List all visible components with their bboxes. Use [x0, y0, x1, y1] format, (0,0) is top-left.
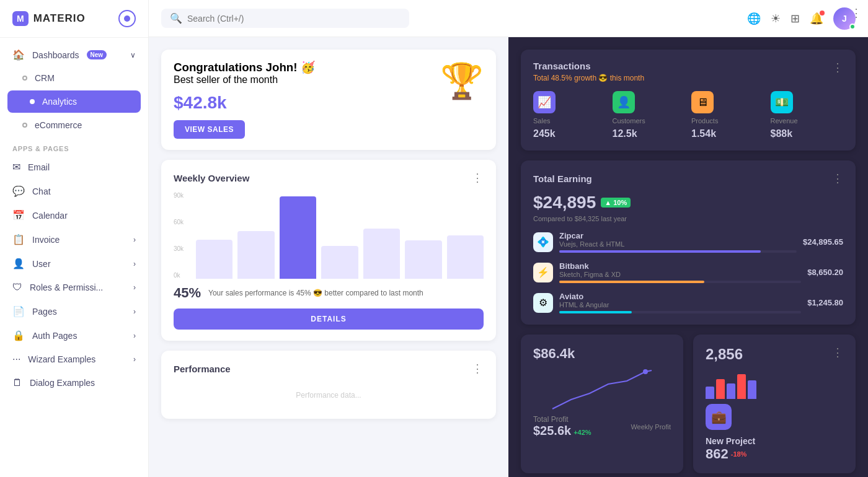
- right-bottom-grid: $86.4k Total Profit $25.6k+42%: [521, 335, 856, 473]
- new-project-value-row: 862 -18%: [706, 446, 843, 462]
- total-earning-menu[interactable]: ⋮: [832, 172, 843, 185]
- bitbank-logo: ⚡: [533, 263, 553, 282]
- products-value: 1.54k: [691, 128, 716, 139]
- profit-chart: [533, 365, 671, 415]
- sidebar-item-invoice[interactable]: 📋 Invoice ›: [0, 227, 148, 252]
- translate-icon[interactable]: 🌐: [747, 12, 761, 25]
- sidebar-item-label: Email: [28, 162, 50, 172]
- logo-box: M: [12, 11, 29, 26]
- sidebar-item-email[interactable]: ✉ Email: [0, 155, 148, 179]
- total-earning-amount: $24,895: [533, 193, 596, 212]
- dot-icon: [22, 76, 27, 81]
- sidebar-item-roles[interactable]: 🛡 Roles & Permissi... ›: [0, 276, 148, 299]
- sidebar-item-label: Calendar: [32, 211, 68, 221]
- mini-bar-5: [748, 380, 756, 399]
- chart-footer: 45% Your sales performance is 45% 😎 bett…: [174, 285, 484, 301]
- pages-icon: 📄: [12, 305, 25, 317]
- search-input[interactable]: [187, 14, 296, 24]
- chart-percentage: 45%: [174, 285, 201, 301]
- topbar-actions: 🌐 ☀ ⊞ 🔔 J: [747, 7, 856, 30]
- transactions-menu[interactable]: ⋮: [832, 61, 843, 74]
- sales-icon: 📈: [533, 91, 556, 113]
- panel-right: Transactions Total 48.5% growth 😎 this m…: [508, 37, 868, 477]
- chevron-right-icon: ›: [133, 235, 136, 244]
- profit-label: Total Profit: [533, 415, 591, 424]
- customers-icon: 👤: [613, 91, 635, 113]
- sidebar-item-label: Roles & Permissi...: [30, 282, 103, 292]
- weekly-overview-title: Weekly Overview: [174, 173, 249, 183]
- zipcar-progress-track: [559, 250, 797, 253]
- new-project-info: 💼 New Project 862 -18%: [706, 404, 843, 462]
- customers-label: Customers: [613, 117, 645, 125]
- sidebar-item-dialog[interactable]: 🗒 Dialog Examples: [0, 371, 148, 395]
- products-label: Products: [691, 117, 718, 125]
- topbar: 🔍 🌐 ☀ ⊞ 🔔 J: [149, 0, 868, 37]
- dot-icon: [22, 123, 27, 128]
- zipcar-logo: 💠: [533, 232, 553, 252]
- grid-icon[interactable]: ⊞: [790, 12, 800, 25]
- sidebar-item-analytics[interactable]: Analytics: [7, 90, 141, 113]
- sidebar-nav: 🏠 Dashboards New ∨ CRM Analytics eCommer…: [0, 38, 148, 477]
- total-earning-amount-row: $24,895 ▲ 10%: [533, 193, 843, 212]
- earning-list: 💠 Zipcar Vuejs, React & HTML $24,895.65 …: [533, 231, 843, 313]
- profit-right: Weekly Profit: [631, 423, 671, 431]
- aviato-info: Aviato HTML & Angular: [559, 292, 801, 313]
- weekly-overview-menu[interactable]: ⋮: [472, 171, 484, 185]
- sidebar-item-auth[interactable]: 🔒 Auth Pages ›: [0, 323, 148, 348]
- new-project-total: 2,856: [706, 346, 743, 363]
- total-profit-card: $86.4k Total Profit $25.6k+42%: [521, 335, 683, 473]
- chevron-right-icon: ›: [133, 331, 136, 340]
- transactions-card: Transactions Total 48.5% growth 😎 this m…: [521, 50, 856, 151]
- sidebar-item-label: CRM: [35, 73, 55, 83]
- view-sales-button[interactable]: VIEW SALES: [174, 120, 245, 139]
- panel-left: Congratulations John! 🥳 Best seller of t…: [149, 37, 508, 477]
- transactions-info: Transactions Total 48.5% growth 😎 this m…: [533, 61, 644, 82]
- aviato-amount: $1,245.80: [807, 298, 843, 307]
- sidebar-item-pages[interactable]: 📄 Pages ›: [0, 299, 148, 323]
- performance-menu[interactable]: ⋮: [472, 362, 484, 375]
- bar-4: [321, 246, 358, 279]
- sidebar-item-wizard[interactable]: ··· Wizard Examples ›: [0, 348, 148, 371]
- transactions-grid: 📈 Sales 245k 👤 Customers 12.5k 🖥 Product…: [533, 91, 843, 139]
- record-button[interactable]: [118, 10, 136, 27]
- sidebar-item-label: Wizard Examples: [28, 354, 95, 364]
- new-project-header: 2,856 ⋮: [706, 346, 843, 363]
- revenue-icon: 💵: [771, 91, 793, 113]
- sidebar-header: M MATERIO: [0, 0, 148, 38]
- bitbank-name: Bitbank: [559, 261, 801, 271]
- lock-icon: 🔒: [12, 330, 25, 341]
- chevron-right-icon: ›: [133, 355, 136, 364]
- bitbank-info: Bitbank Sketch, Figma & XD: [559, 261, 801, 283]
- new-project-menu[interactable]: ⋮: [832, 346, 843, 359]
- sidebar-item-calendar[interactable]: 📅 Calendar: [0, 203, 148, 227]
- sidebar-item-crm[interactable]: CRM: [0, 67, 148, 89]
- transaction-products: 🖥 Products 1.54k: [691, 91, 764, 139]
- chart-description: Your sales performance is 45% 😎 better c…: [208, 289, 423, 297]
- bitbank-amount: $8,650.20: [807, 268, 843, 277]
- profit-amount: $86.4k: [533, 346, 671, 362]
- sidebar-item-dashboards[interactable]: 🏠 Dashboards New ∨: [0, 43, 148, 67]
- earning-compare: Compared to $84,325 last year: [533, 215, 843, 222]
- content-area: Congratulations John! 🥳 Best seller of t…: [149, 37, 868, 477]
- new-project-title: New Project: [706, 436, 843, 446]
- aviato-tech: HTML & Angular: [559, 301, 801, 309]
- details-button[interactable]: DETAILS: [174, 309, 484, 330]
- sidebar-item-label: Invoice: [32, 235, 60, 245]
- trophy-icon: 🏆: [440, 61, 484, 102]
- invoice-icon: 📋: [12, 234, 25, 245]
- sidebar-item-ecommerce[interactable]: eCommerce: [0, 114, 148, 136]
- sidebar-item-chat[interactable]: 💬 Chat: [0, 179, 148, 203]
- sales-label: Sales: [533, 117, 551, 125]
- sidebar-item-user[interactable]: 👤 User ›: [0, 252, 148, 276]
- search-box[interactable]: 🔍: [161, 9, 409, 28]
- theme-icon[interactable]: ☀: [771, 12, 781, 25]
- mini-bar-1: [706, 387, 714, 399]
- transactions-title: Transactions: [533, 61, 644, 71]
- revenue-label: Revenue: [771, 117, 798, 125]
- profit-left: Total Profit $25.6k+42%: [533, 415, 591, 438]
- new-project-card: 2,856 ⋮ 💼 New Project 862: [693, 335, 856, 473]
- zipcar-tech: Vuejs, React & HTML: [559, 240, 797, 248]
- notification-icon[interactable]: 🔔: [810, 12, 823, 25]
- notification-dot: [820, 11, 825, 15]
- sidebar-item-label: Pages: [32, 307, 57, 317]
